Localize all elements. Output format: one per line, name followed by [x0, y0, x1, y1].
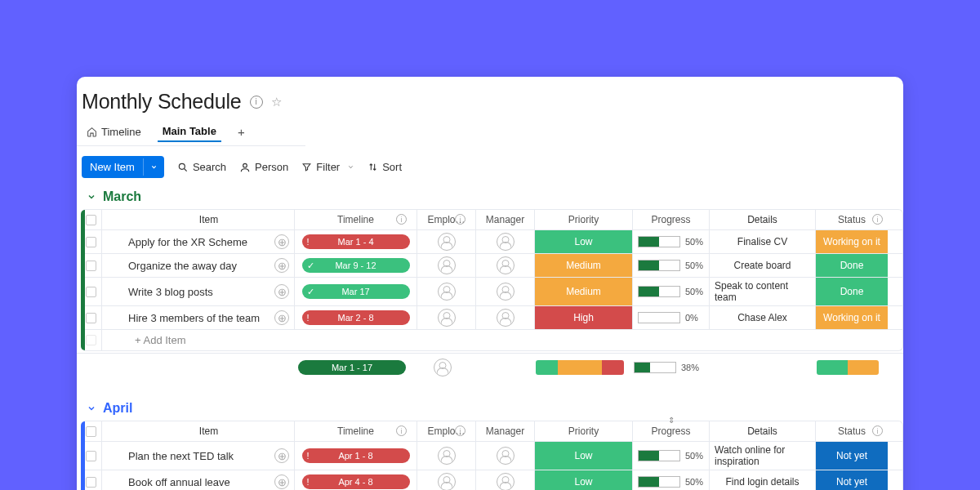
progress-cell[interactable]: 50% — [633, 442, 710, 470]
person-filter-button[interactable]: Person — [239, 161, 288, 173]
search-button[interactable]: Search — [177, 161, 226, 173]
chevron-down-icon[interactable] — [87, 192, 96, 202]
avatar-icon[interactable] — [438, 233, 456, 251]
details-cell[interactable]: Find login details — [710, 470, 816, 490]
avatar-icon[interactable] — [497, 473, 514, 490]
column-priority[interactable]: Priority — [535, 421, 633, 441]
details-cell[interactable]: Chase Alex — [710, 306, 816, 329]
chevron-down-icon[interactable] — [87, 403, 96, 413]
add-view-button[interactable]: + — [233, 125, 250, 139]
avatar-icon[interactable] — [438, 283, 456, 301]
progress-cell[interactable]: 50% — [633, 230, 710, 253]
avatar-icon[interactable] — [497, 233, 514, 251]
avatar-icon[interactable] — [497, 256, 514, 274]
avatar-icon[interactable] — [497, 283, 514, 301]
tab-main-table[interactable]: Main Table — [158, 122, 221, 142]
sort-button[interactable]: Sort — [368, 161, 402, 173]
chat-icon[interactable]: ⊕ — [274, 258, 289, 273]
timeline-cell[interactable]: !Mar 2 - 8 — [295, 306, 417, 329]
column-manager[interactable]: Manager — [476, 210, 535, 229]
manager-cell[interactable] — [476, 306, 535, 329]
chat-icon[interactable]: ⊕ — [274, 310, 289, 325]
timeline-cell[interactable]: !Apr 1 - 8 — [295, 442, 417, 470]
priority-cell[interactable]: Low — [535, 230, 633, 253]
status-cell[interactable]: Done — [816, 254, 888, 277]
timeline-cell[interactable]: !Mar 1 - 4 — [295, 230, 417, 253]
row-checkbox[interactable] — [81, 278, 102, 305]
info-icon[interactable]: i — [250, 96, 263, 109]
row-checkbox[interactable] — [81, 442, 102, 470]
details-cell[interactable]: Watch online for inspiration — [710, 442, 816, 470]
column-priority[interactable]: Priority — [535, 210, 633, 229]
priority-cell[interactable]: Medium — [535, 254, 633, 277]
item-name-cell[interactable]: Apply for the XR Scheme ⊕ — [102, 230, 295, 253]
employee-cell[interactable] — [417, 254, 476, 277]
manager-cell[interactable] — [476, 442, 535, 470]
item-name-cell[interactable]: Organize the away day ⊕ — [102, 254, 295, 277]
details-cell[interactable]: Speak to content team — [710, 278, 816, 305]
timeline-cell[interactable]: ✓Mar 9 - 12 — [295, 254, 417, 277]
chat-icon[interactable]: ⊕ — [274, 234, 289, 249]
table-row[interactable]: Book off annual leave ⊕ !Apr 4 - 8 Low 5… — [81, 470, 902, 490]
column-employee[interactable]: Emplo…i — [417, 421, 476, 441]
manager-cell[interactable] — [476, 254, 535, 277]
group-header[interactable]: April — [77, 401, 903, 421]
employee-cell[interactable] — [417, 470, 476, 490]
select-all-checkbox[interactable] — [81, 210, 102, 229]
column-timeline[interactable]: Timelinei — [295, 421, 417, 441]
column-employee[interactable]: Emplo…i — [417, 210, 476, 229]
filter-button[interactable]: Filter — [301, 161, 354, 173]
status-cell[interactable]: Working on it — [816, 230, 888, 253]
manager-cell[interactable] — [476, 278, 535, 305]
avatar-icon[interactable] — [438, 309, 456, 327]
info-icon[interactable]: i — [872, 214, 883, 225]
column-status[interactable]: Statusi — [816, 210, 888, 229]
row-checkbox[interactable] — [81, 254, 102, 277]
row-checkbox[interactable] — [81, 470, 102, 490]
manager-cell[interactable] — [476, 230, 535, 253]
priority-cell[interactable]: Medium — [535, 278, 633, 305]
progress-cell[interactable]: 50% — [633, 470, 710, 490]
column-details[interactable]: Details — [710, 421, 816, 441]
column-details[interactable]: Details — [710, 210, 816, 229]
progress-cell[interactable]: 0% — [633, 306, 710, 329]
timeline-cell[interactable]: ✓Mar 17 — [295, 278, 417, 305]
column-status[interactable]: Statusi — [816, 421, 888, 441]
info-icon[interactable]: i — [455, 425, 466, 436]
column-manager[interactable]: Manager — [476, 421, 535, 441]
favorite-star-icon[interactable]: ☆ — [271, 95, 282, 109]
progress-cell[interactable]: 50% — [633, 254, 710, 277]
avatar-icon[interactable] — [438, 256, 456, 274]
drag-handle-icon[interactable]: ⇕ — [668, 416, 675, 425]
row-checkbox[interactable] — [81, 306, 102, 329]
group-header[interactable]: March — [77, 189, 903, 209]
info-icon[interactable]: i — [872, 425, 883, 436]
item-name-cell[interactable]: Plan the next TED talk ⊕ — [102, 442, 295, 470]
employee-cell[interactable] — [417, 230, 476, 253]
table-row[interactable]: Organize the away day ⊕ ✓Mar 9 - 12 Medi… — [81, 254, 902, 278]
table-row[interactable]: Write 3 blog posts ⊕ ✓Mar 17 Medium 50% … — [81, 278, 902, 306]
tab-timeline[interactable]: Timeline — [82, 122, 146, 141]
avatar-icon[interactable] — [497, 447, 514, 465]
status-cell[interactable]: Working on it — [816, 306, 888, 329]
chat-icon[interactable]: ⊕ — [274, 448, 289, 463]
details-cell[interactable]: Create board — [710, 254, 816, 277]
chat-icon[interactable]: ⊕ — [274, 284, 289, 299]
status-cell[interactable]: Not yet — [816, 442, 888, 470]
chat-icon[interactable]: ⊕ — [274, 474, 289, 489]
details-cell[interactable]: Finalise CV — [710, 230, 816, 253]
chevron-down-icon[interactable] — [143, 158, 164, 176]
priority-cell[interactable]: Low — [535, 442, 633, 470]
status-cell[interactable]: Done — [816, 278, 888, 305]
employee-cell[interactable] — [417, 306, 476, 329]
item-name-cell[interactable]: Book off annual leave ⊕ — [102, 470, 295, 490]
avatar-icon[interactable] — [438, 447, 456, 465]
item-name-cell[interactable]: Hire 3 members of the team ⊕ — [102, 306, 295, 329]
column-item[interactable]: Item — [102, 421, 295, 441]
select-all-checkbox[interactable] — [81, 421, 102, 441]
add-item-row[interactable]: + Add Item — [81, 330, 902, 350]
employee-cell[interactable] — [417, 278, 476, 305]
manager-cell[interactable] — [476, 470, 535, 490]
table-row[interactable]: Apply for the XR Scheme ⊕ !Mar 1 - 4 Low… — [81, 230, 902, 254]
table-row[interactable]: Plan the next TED talk ⊕ !Apr 1 - 8 Low … — [81, 442, 902, 470]
